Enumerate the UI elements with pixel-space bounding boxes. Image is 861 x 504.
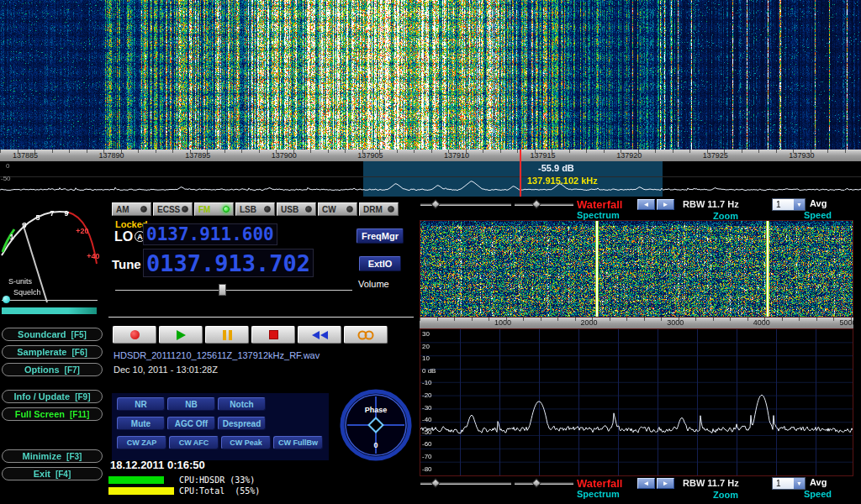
menu-button-hotkey: [F11] <box>70 410 89 419</box>
zoom-select[interactable]: 1 ▼ <box>772 198 806 211</box>
tick-label: -40 <box>422 416 432 423</box>
playback-controls <box>113 326 388 344</box>
audio-waterfall-frame <box>420 220 853 318</box>
freqmgr-button[interactable]: FreqMgr <box>357 228 404 244</box>
chevron-down-icon[interactable]: ▼ <box>794 199 805 210</box>
dsp-button-agc-off[interactable]: AGC Off <box>167 417 215 430</box>
mode-button-usb[interactable]: USB <box>277 202 316 216</box>
divider <box>108 317 414 318</box>
menu-button-soundcard[interactable]: Soundcard[F5] <box>2 328 103 341</box>
tune-cursor[interactable] <box>520 150 521 197</box>
brightness-slider[interactable] <box>420 203 511 206</box>
mode-button-cw[interactable]: CW <box>318 202 357 216</box>
slider-thumb[interactable] <box>430 478 440 487</box>
dsp-button-despread[interactable]: Despread <box>218 417 266 430</box>
s-meter-label: +20 <box>76 227 88 235</box>
menu-button-exit[interactable]: Exit[F4] <box>2 467 103 480</box>
waterfall-label: Waterfall <box>577 198 622 211</box>
s-meter-label: 9 <box>64 209 68 218</box>
scroll-right-button[interactable]: ► <box>657 199 674 210</box>
signal-level-bar <box>2 307 97 314</box>
slider-thumb[interactable] <box>531 478 541 487</box>
menu-button-full-screen[interactable]: Full Screen[F11] <box>2 407 103 421</box>
squelch-slider-thumb[interactable] <box>3 296 10 303</box>
record-button[interactable] <box>113 326 156 344</box>
dsp-button-cw-fullbw[interactable]: CW FullBw <box>273 436 323 449</box>
mode-button-label: FM <box>198 205 210 214</box>
audio-waterfall[interactable] <box>420 221 853 317</box>
zoom-select[interactable]: 1 ▼ <box>772 477 806 490</box>
dsp-button-mute[interactable]: Mute <box>117 417 165 430</box>
local-clock: 18.12.2011 0:16:50 <box>110 459 205 471</box>
signal-level-readout: -55.9 dB <box>538 163 574 173</box>
menu-button-samplerate[interactable]: Samplerate[F6] <box>2 345 103 359</box>
audio-frequency-scale[interactable]: 10002000300040005000 <box>420 318 853 328</box>
dsp-button-nr[interactable]: NR <box>117 397 165 411</box>
contrast-slider[interactable] <box>515 482 573 485</box>
play-button[interactable] <box>159 326 203 344</box>
dsp-button-cw-zap[interactable]: CW ZAP <box>117 436 166 449</box>
audio-spectrum[interactable] <box>420 329 853 475</box>
tick-label: 137915 <box>531 151 556 160</box>
tick-label: 0 dB <box>422 367 436 375</box>
tick-label: 137930 <box>789 151 814 160</box>
main-frequency-scale[interactable]: 1378851378901378951379001379051379101379… <box>0 150 861 161</box>
volume-slider[interactable] <box>115 290 352 291</box>
chevron-down-icon[interactable]: ▼ <box>794 478 805 489</box>
tick-label: 1000 <box>494 318 511 327</box>
mode-button-ecss[interactable]: ECSS <box>153 202 193 216</box>
tune-frequency-display[interactable]: 0137.913.702 <box>143 249 314 277</box>
dsp-button-nb[interactable]: NB <box>167 397 215 411</box>
menu-button-label: Samplerate <box>17 347 66 357</box>
overview-spectrum[interactable] <box>0 161 861 197</box>
volume-label: Volume <box>358 279 389 289</box>
phase-value: 0 <box>373 441 378 449</box>
menu-button-options[interactable]: Options[F7] <box>2 363 103 376</box>
squelch-slider[interactable] <box>2 300 98 301</box>
mode-button-lsb[interactable]: LSB <box>235 202 275 216</box>
rewind-button[interactable] <box>298 326 341 344</box>
mode-button-fm[interactable]: FM <box>194 202 234 216</box>
loop-button[interactable] <box>344 326 388 344</box>
menu-button-hotkey: [F3] <box>66 452 82 461</box>
s-units-caption: S-units <box>8 277 32 286</box>
mode-button-drm[interactable]: DRM <box>359 202 399 216</box>
stop-button[interactable] <box>251 326 295 344</box>
menu-button-hotkey: [F9] <box>75 392 90 402</box>
avg-label: Avg <box>810 477 827 487</box>
dsp-panel: NRNBNotchMuteAGC OffDespreadCW ZAPCW AFC… <box>112 393 329 460</box>
recording-filename: HDSDR_20111210_125611Z_137912kHz_RF.wav <box>114 350 320 360</box>
menu-button-minimize[interactable]: Minimize[F3] <box>2 449 103 463</box>
cpu-bar <box>108 476 176 484</box>
mode-button-am[interactable]: AM <box>112 202 151 216</box>
extio-button[interactable]: ExtIO <box>359 256 401 271</box>
slider-thumb[interactable] <box>531 199 541 208</box>
contrast-slider[interactable] <box>515 203 573 206</box>
menu-button-hotkey: [F6] <box>71 348 87 357</box>
dsp-button-notch[interactable]: Notch <box>218 397 266 411</box>
volume-slider-thumb[interactable] <box>219 284 226 296</box>
lo-frequency-display[interactable]: 0137.911.600 <box>143 223 277 245</box>
main-waterfall[interactable] <box>0 0 861 150</box>
phase-dial[interactable]: Phase 0 <box>338 387 414 463</box>
stop-icon <box>269 330 278 339</box>
dsp-button-cw-peak[interactable]: CW Peak <box>221 436 271 449</box>
dsp-button-cw-afc[interactable]: CW AFC <box>169 436 219 449</box>
scroll-right-button[interactable]: ► <box>657 478 674 489</box>
scroll-left-button[interactable]: ◄ <box>637 199 655 210</box>
brightness-slider[interactable] <box>420 482 511 485</box>
mode-button-label: USB <box>281 205 298 214</box>
scroll-left-button[interactable]: ◄ <box>637 478 655 489</box>
pause-button[interactable] <box>205 326 249 344</box>
spectrum-db-axis: 3020100 dB-10-20-30-40-50-60-70-80 <box>420 329 454 475</box>
tick-label: 137900 <box>272 151 297 160</box>
zoom-select-value: 1 <box>773 478 794 489</box>
slider-thumb[interactable] <box>430 199 440 208</box>
record-icon <box>130 330 140 339</box>
cpu-usage: CPU:HDSDR (33%)CPU:Total (55%) <box>108 476 361 498</box>
menu-button-info-update[interactable]: Info / Update[F9] <box>2 390 103 403</box>
menu-button-hotkey: [F7] <box>65 365 80 375</box>
tick-label: 137920 <box>616 151 642 160</box>
zoom-label: Zoom <box>713 490 738 500</box>
mode-button-label: LSB <box>240 205 256 214</box>
